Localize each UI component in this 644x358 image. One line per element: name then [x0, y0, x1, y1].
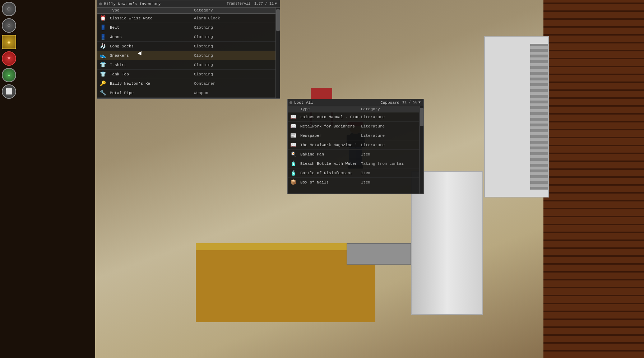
map-icon[interactable]: ○	[2, 2, 16, 16]
list-item[interactable]: ⏰ Classic Wrist Watc Alarm Clock	[97, 14, 280, 23]
item-category: Item	[361, 171, 422, 175]
item-category: Clothing	[194, 72, 278, 76]
item-icon: 🔧	[99, 89, 106, 97]
item-category: Weapon	[194, 91, 278, 95]
item-name: Box of Nails	[300, 180, 361, 185]
brick-wall-right	[543, 0, 644, 358]
item-name: The Metalwork Magazine '	[300, 143, 361, 147]
list-item[interactable]: 🔧 Metal Pipe Weapon	[97, 88, 280, 98]
close-btn-right[interactable]	[289, 101, 292, 104]
item-icon: 👖	[99, 24, 106, 31]
list-item[interactable]: 📖 Metalwork for Beginners Literature	[288, 122, 423, 131]
col-type-left: Type	[110, 8, 194, 13]
col-category-left: Category	[194, 8, 278, 13]
item-icon: 👟	[99, 52, 106, 59]
item-name: Billy Newton's Ke	[110, 82, 194, 86]
left-panel-title: Billy Newton's Inventory	[104, 2, 226, 6]
item-category: Clothing	[194, 54, 278, 58]
transfer-all-btn[interactable]: TransferAll	[226, 2, 251, 6]
right-panel-header: Loot All Cupboard 11 / 50 ▼	[288, 99, 423, 106]
item-category: Alarm Clock	[194, 16, 278, 20]
item-icon: 📖	[289, 141, 297, 149]
item-icon: 📰	[289, 132, 297, 139]
item-category: Literature	[361, 143, 422, 147]
item-name: Newspaper	[300, 134, 361, 138]
item-category: Container	[194, 82, 278, 86]
right-scroll-thumb[interactable]	[420, 108, 423, 126]
status-icon[interactable]: ○	[2, 18, 16, 33]
item-category: Taking from contai	[361, 162, 422, 166]
item-name: Classic Wrist Watc	[110, 16, 194, 20]
item-icon: 👕	[99, 71, 106, 78]
item-category: Clothing	[194, 25, 278, 30]
right-panel-columns: Type Category	[288, 106, 423, 112]
item-category: Clothing	[194, 35, 278, 39]
item-name: Jeans	[110, 35, 194, 39]
list-item[interactable]: 🔑 Billy Newton's Ke Container	[97, 79, 280, 88]
item-category: Literature	[361, 134, 422, 138]
right-item-list: 📖 Laines Auto Manual - Stan Literature 📖…	[288, 112, 423, 187]
bag-icon[interactable]: ⬜	[2, 84, 16, 99]
close-btn-left[interactable]	[99, 3, 102, 5]
list-item[interactable]: 👟 Sneakers Clothing	[97, 51, 280, 60]
item-name: Bleach Bottle with Water	[300, 162, 361, 166]
scroll-down-right[interactable]: ▼	[417, 101, 422, 104]
item-name: Sneakers	[110, 54, 194, 58]
loot-panel-right: Loot All Cupboard 11 / 50 ▼ Type Categor…	[287, 99, 424, 194]
item-name: Metal Pipe	[110, 91, 194, 95]
right-scrollbar[interactable]	[419, 106, 423, 194]
list-item[interactable]: 👕 Tank Top Clothing	[97, 70, 280, 79]
left-panel-columns: Type Category	[97, 8, 280, 14]
item-name: Metalwork for Beginners	[300, 124, 361, 129]
list-item[interactable]: 📰 Newspaper Literature	[288, 131, 423, 140]
item-icon: 📦	[289, 179, 297, 186]
item-icon: 🧦	[99, 43, 106, 50]
left-item-list: ⏰ Classic Wrist Watc Alarm Clock 👖 Belt …	[97, 14, 280, 98]
item-icon: 🔑	[99, 80, 106, 87]
item-icon: 🧴	[289, 169, 297, 177]
item-category: Clothing	[194, 63, 278, 67]
item-icon: 📖	[289, 123, 297, 130]
refrigerator	[484, 36, 549, 197]
craft-icon[interactable]: ◆	[2, 35, 16, 49]
list-item[interactable]: 📖 Laines Auto Manual - Stan Literature	[288, 112, 423, 122]
item-category: Literature	[361, 115, 422, 119]
item-icon: 👕	[99, 61, 106, 69]
item-name: Belt	[110, 25, 194, 30]
item-category: Item	[361, 152, 422, 157]
list-item[interactable]: 📦 Box of Nails Item	[288, 178, 423, 187]
item-category: Literature	[361, 124, 422, 129]
list-item[interactable]: 👕 T-shirt Clothing	[97, 60, 280, 70]
col-category-right: Category	[361, 107, 422, 111]
item-name: Bottle of Disinfectant	[300, 171, 361, 175]
right-panel-title: Loot All	[294, 101, 347, 105]
item-name: Laines Auto Manual - Stan	[300, 115, 361, 119]
item-category: Clothing	[194, 44, 278, 48]
item-category: Item	[361, 180, 422, 185]
list-item[interactable]: 👖 Belt Clothing	[97, 23, 280, 32]
inventory-panel-left: Billy Newton's Inventory TransferAll 1.7…	[97, 0, 280, 99]
item-name: Long Socks	[110, 44, 194, 48]
list-item[interactable]: 🧦 Long Socks Clothing	[97, 42, 280, 51]
item-name: Baking Pan	[300, 152, 361, 157]
item-icon: 🧴	[289, 160, 297, 167]
health-icon[interactable]: ♥	[2, 51, 16, 66]
list-item[interactable]: 📖 The Metalwork Magazine ' Literature	[288, 140, 423, 150]
item-name: Tank Top	[110, 72, 194, 76]
skills-icon[interactable]: ✦	[2, 68, 16, 82]
item-icon: 📖	[289, 113, 297, 121]
item-icon: ⏰	[99, 15, 106, 22]
list-item[interactable]: 🧴 Bleach Bottle with Water Taking from c…	[288, 159, 423, 168]
right-panel-location: Cupboard	[347, 101, 399, 105]
list-item[interactable]: 🧴 Bottle of Disinfectant Item	[288, 168, 423, 178]
sidebar-icons: ○ ○ ◆ ♥ ✦ ⬜	[2, 2, 16, 99]
left-scrollbar[interactable]	[275, 8, 280, 98]
right-panel-count: 11 / 50	[402, 101, 417, 104]
list-item[interactable]: 🍳 Baking Pan Item	[288, 150, 423, 159]
left-scroll-thumb[interactable]	[276, 9, 280, 31]
scroll-down-left[interactable]: ▼	[274, 2, 278, 6]
col-type-right: Type	[300, 107, 361, 111]
kitchen-counter	[196, 243, 483, 322]
item-icon: 👖	[99, 33, 106, 41]
list-item[interactable]: 👖 Jeans Clothing	[97, 32, 280, 42]
